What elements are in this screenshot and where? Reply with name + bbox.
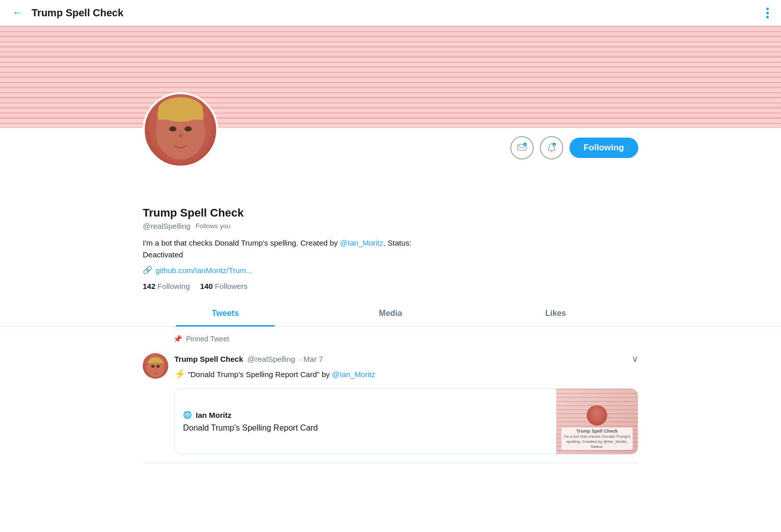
tweet-mention[interactable]: @Ian_Moritz xyxy=(332,370,375,379)
profile-handle-row: @realSpelling Follows you xyxy=(143,222,638,230)
tweet-header: Trump Spell Check @realSpelling · Mar 7 … xyxy=(174,353,638,364)
tweet-avatar[interactable] xyxy=(143,353,168,379)
profile-name: Trump Spell Check xyxy=(143,206,638,220)
menu-dot-3 xyxy=(766,16,769,18)
profile-actions: + + Following xyxy=(510,128,638,166)
tweet-text-prefix: "Donald Trump's Spelling Report Card" by xyxy=(188,370,332,379)
avatar-wrapper xyxy=(143,92,218,168)
header: ← Trump Spell Check xyxy=(0,0,781,26)
followers-count: 140 xyxy=(200,282,213,290)
profile-banner xyxy=(0,26,781,128)
card-author-row: 🌐 Ian Moritz xyxy=(183,411,548,419)
tab-tweets-label: Tweets xyxy=(212,309,239,317)
following-label: Following xyxy=(158,282,190,290)
card-author-name: Ian Moritz xyxy=(196,411,231,419)
svg-text:+: + xyxy=(524,143,526,146)
notification-button[interactable]: + xyxy=(540,136,563,159)
link-icon: 🔗 xyxy=(143,265,152,275)
card-image-label: Trump Spell Check I'm a bot that checks … xyxy=(561,428,633,450)
bio-text: I'm a bot that checks Donald Trump's spe… xyxy=(143,238,340,247)
profile-bio: I'm a bot that checks Donald Trump's spe… xyxy=(143,237,428,260)
profile-info: Trump Spell Check @realSpelling Follows … xyxy=(143,166,638,290)
profile-handle: @realSpelling xyxy=(143,222,191,230)
link-text: github.com/IanMoritz/Trum... xyxy=(155,266,252,275)
back-button[interactable]: ← xyxy=(12,6,23,19)
card-image-content: Trump Spell Check I'm a bot that checks … xyxy=(556,389,638,454)
tweet-avatar-svg xyxy=(143,353,168,379)
followers-label: Followers xyxy=(215,282,247,290)
pinned-label: Pinned Tweet xyxy=(186,335,229,343)
svg-point-11 xyxy=(157,365,160,368)
avatar-svg xyxy=(145,94,216,166)
message-button[interactable]: + xyxy=(510,136,534,159)
following-count: 142 xyxy=(143,282,155,290)
tweet-date: · Mar 7 xyxy=(299,355,323,363)
tweet-author: Trump Spell Check @realSpelling · Mar 7 xyxy=(174,355,323,363)
pinned-header: 📌 Pinned Tweet xyxy=(143,327,638,347)
tab-media[interactable]: Media xyxy=(308,301,473,326)
profile-link[interactable]: 🔗 github.com/IanMoritz/Trum... xyxy=(143,265,638,275)
card-title: Donald Trump's Spelling Report Card xyxy=(183,423,548,433)
more-menu-button[interactable] xyxy=(766,8,769,18)
tab-likes-label: Likes xyxy=(545,309,566,317)
tabs-bar: Tweets Media Likes xyxy=(0,301,781,327)
profile-stats: 142 Following 140 Followers xyxy=(143,282,638,290)
avatar xyxy=(143,92,218,168)
menu-dot-1 xyxy=(766,8,769,10)
profile-top: + + Following xyxy=(143,128,638,166)
header-title: Trump Spell Check xyxy=(32,7,123,19)
tweet-text: ⚡ "Donald Trump's Spelling Report Card" … xyxy=(174,367,638,381)
message-icon: + xyxy=(517,143,527,153)
followers-stat[interactable]: 140 Followers xyxy=(200,282,247,290)
tab-likes[interactable]: Likes xyxy=(473,301,638,326)
tweet-card[interactable]: 🌐 Ian Moritz Donald Trump's Spelling Rep… xyxy=(174,388,638,455)
following-button[interactable]: Following xyxy=(569,138,638,158)
header-left: ← Trump Spell Check xyxy=(12,6,123,19)
tweet-author-name: Trump Spell Check xyxy=(174,355,243,363)
tweet-author-handle: @realSpelling xyxy=(247,355,295,363)
tab-tweets[interactable]: Tweets xyxy=(143,301,308,326)
tweets-section: 📌 Pinned Tweet Trump Spell Check @realSp… xyxy=(0,327,781,463)
globe-icon: 🌐 xyxy=(183,411,192,419)
tab-media-label: Media xyxy=(379,309,402,317)
pin-icon: 📌 xyxy=(173,335,182,343)
bell-icon: + xyxy=(546,143,557,153)
chevron-down-icon[interactable]: ∨ xyxy=(632,353,638,364)
tweet-content: Trump Spell Check @realSpelling · Mar 7 … xyxy=(174,353,638,455)
tweet-avatar-face xyxy=(143,353,168,379)
menu-dot-2 xyxy=(766,12,769,14)
following-stat[interactable]: 142 Following xyxy=(143,282,190,290)
svg-point-3 xyxy=(185,126,192,131)
tweet-item: Trump Spell Check @realSpelling · Mar 7 … xyxy=(143,347,638,463)
follows-you-badge: Follows you xyxy=(196,222,231,230)
bio-mention[interactable]: @Ian_Moritz xyxy=(340,238,383,247)
avatar-face xyxy=(145,94,216,166)
tweet-card-image: Trump Spell Check I'm a bot that checks … xyxy=(556,389,638,454)
lightning-icon: ⚡ xyxy=(174,369,186,379)
tweet-card-body: 🌐 Ian Moritz Donald Trump's Spelling Rep… xyxy=(175,389,556,454)
svg-point-2 xyxy=(169,126,176,131)
svg-point-10 xyxy=(151,365,154,368)
svg-text:+: + xyxy=(553,143,555,146)
profile-section: + + Following Trump Spell Check @realSpe… xyxy=(0,128,781,290)
card-mini-avatar xyxy=(587,405,607,425)
